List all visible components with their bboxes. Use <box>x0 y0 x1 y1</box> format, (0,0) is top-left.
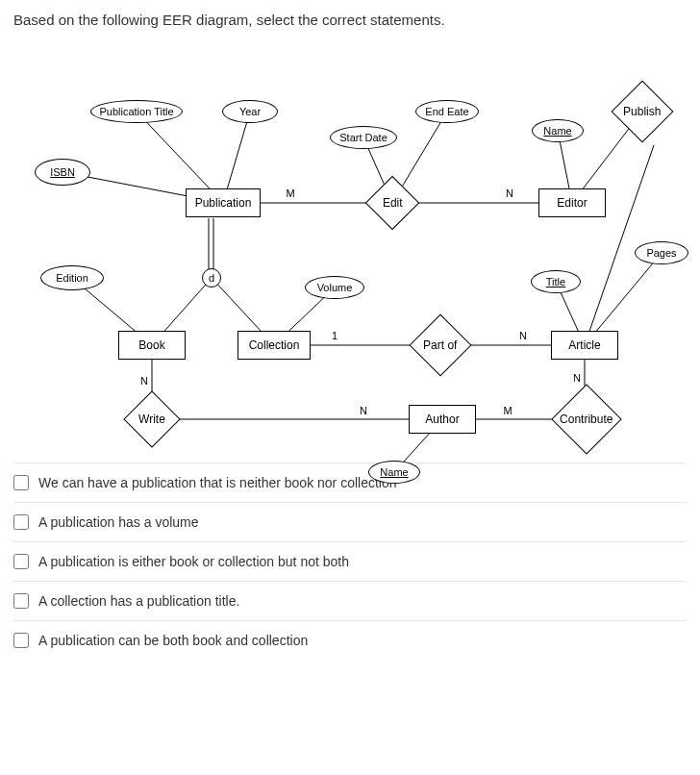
entity-book: Book <box>118 331 186 360</box>
card-partof-1: 1 <box>330 330 339 341</box>
card-write-authn: N <box>358 405 369 416</box>
option-5-label: A publication can be both book and colle… <box>38 633 308 648</box>
attr-pages: Pages <box>635 241 688 264</box>
attr-endeate: End Eate <box>415 100 479 123</box>
option-1-label: We can have a publication that is neithe… <box>38 475 397 490</box>
attr-publication-title: Publication Title <box>90 100 183 123</box>
entity-editor: Editor <box>538 188 606 217</box>
entity-article: Article <box>551 331 618 360</box>
question-prompt: Based on the following EER diagram, sele… <box>0 0 700 39</box>
card-write-bookn: N <box>138 375 150 387</box>
attr-title: Title <box>531 270 581 293</box>
entity-publication: Publication <box>186 188 261 217</box>
option-3[interactable]: A publication is either book or collecti… <box>13 541 687 581</box>
eer-diagram: Publication Editor Book Collection Artic… <box>0 39 700 462</box>
card-edit-n: N <box>504 188 515 199</box>
option-4-label: A collection has a publication title. <box>38 593 239 609</box>
option-1-checkbox[interactable] <box>13 475 29 490</box>
option-5-checkbox[interactable] <box>13 633 29 648</box>
card-edit-m: M <box>284 188 296 199</box>
entity-collection: Collection <box>238 331 311 360</box>
rel-publish: Publish <box>611 80 673 142</box>
attr-year: Year <box>222 100 278 123</box>
attr-startdate: Start Date <box>330 126 397 149</box>
option-4[interactable]: A collection has a publication title. <box>13 581 687 620</box>
card-partof-n: N <box>517 330 529 341</box>
option-2-label: A publication has a volume <box>38 514 199 530</box>
option-2[interactable]: A publication has a volume <box>13 502 687 541</box>
rel-edit: Edit <box>365 176 420 231</box>
entity-author: Author <box>409 405 476 434</box>
attr-isbn: ISBN <box>35 159 90 186</box>
option-4-checkbox[interactable] <box>13 593 29 609</box>
attr-editor-name: Name <box>532 119 584 142</box>
option-3-checkbox[interactable] <box>13 554 29 569</box>
card-contrib-authm: M <box>501 405 513 416</box>
option-5[interactable]: A publication can be both book and colle… <box>13 620 687 660</box>
answer-options: We can have a publication that is neithe… <box>0 462 700 673</box>
option-1[interactable]: We can have a publication that is neithe… <box>13 462 687 502</box>
rel-contribute: Contribute <box>551 384 622 455</box>
attr-edition: Edition <box>40 265 104 290</box>
attr-volume: Volume <box>305 276 364 299</box>
generalization-d: d <box>202 268 221 288</box>
rel-write: Write <box>123 390 180 447</box>
attr-author-name: Name <box>368 461 420 484</box>
card-contrib-artn: N <box>571 372 583 384</box>
option-3-label: A publication is either book or collecti… <box>38 554 349 569</box>
option-2-checkbox[interactable] <box>13 514 29 530</box>
rel-partof: Part of <box>409 313 471 376</box>
